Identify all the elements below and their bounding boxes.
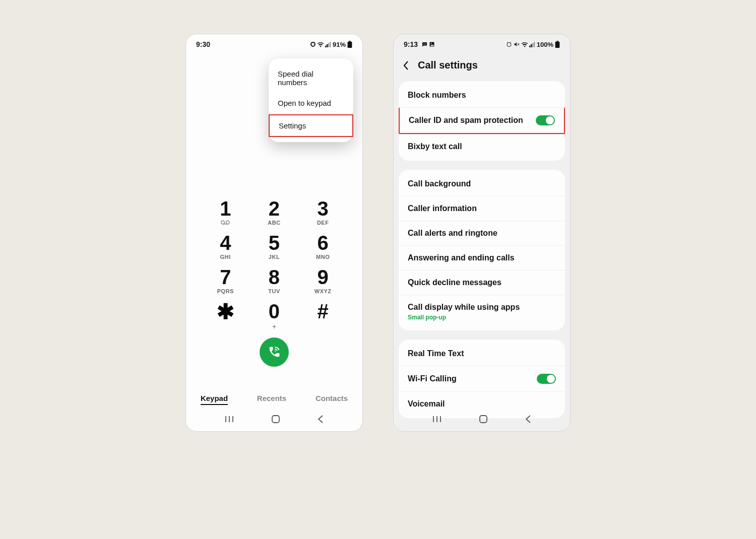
nav-home-icon[interactable] <box>479 415 487 423</box>
key-8-digit: 8 <box>254 267 294 287</box>
menu-item-speed-dial[interactable]: Speed dial numbers <box>269 63 353 93</box>
signal-icon <box>325 42 331 47</box>
svg-rect-11 <box>555 42 560 48</box>
alarm-icon <box>310 41 316 47</box>
key-7[interactable]: 7PQRS <box>205 267 245 294</box>
android-nav-bar <box>186 412 362 426</box>
svg-point-2 <box>221 221 225 224</box>
key-4[interactable]: 4GHI <box>205 233 245 260</box>
row-block-numbers[interactable]: Block numbers <box>399 83 565 107</box>
settings-group-2: Call background Caller information Call … <box>399 170 565 330</box>
key-7-sub: PQRS <box>205 288 245 294</box>
nav-back-icon[interactable] <box>318 415 324 423</box>
status-time: 9:30 <box>196 40 210 48</box>
row-call-alerts-label: Call alerts and ringtone <box>408 229 497 238</box>
key-star-digit: ✱ <box>205 301 245 322</box>
wifi-call-icon <box>267 345 281 359</box>
mute-icon <box>513 41 520 47</box>
nav-home-icon[interactable] <box>272 415 280 423</box>
key-0-digit: 0 <box>254 301 294 321</box>
wifi-calling-toggle[interactable] <box>537 374 556 384</box>
caller-id-toggle[interactable] <box>536 115 555 125</box>
row-answering-ending[interactable]: Answering and ending calls <box>399 245 565 270</box>
row-caller-id-label: Caller ID and spam protection <box>409 116 523 125</box>
tab-recents[interactable]: Recents <box>257 394 286 405</box>
key-5-sub: JKL <box>254 254 294 260</box>
svg-rect-0 <box>348 42 352 48</box>
nav-recents-icon[interactable] <box>225 416 234 423</box>
key-6-digit: 6 <box>303 233 343 253</box>
message-icon <box>421 41 428 47</box>
status-notif-icons <box>421 41 435 47</box>
key-0[interactable]: 0+ <box>254 301 294 330</box>
key-5-digit: 5 <box>254 233 294 253</box>
svg-point-5 <box>423 44 424 44</box>
row-call-alerts[interactable]: Call alerts and ringtone <box>399 221 565 245</box>
row-block-numbers-label: Block numbers <box>408 91 466 100</box>
dial-keypad: 1 2ABC 3DEF 4GHI 5JKL 6MNO 7PQRS 8TUV 9W… <box>186 198 362 367</box>
key-0-sub: + <box>254 322 294 330</box>
key-star[interactable]: ✱ <box>205 301 245 330</box>
svg-point-3 <box>226 221 230 224</box>
call-button[interactable] <box>260 338 289 367</box>
wifi-icon <box>521 42 528 47</box>
row-caller-information[interactable]: Caller information <box>399 196 565 221</box>
key-4-digit: 4 <box>205 233 245 253</box>
tab-contacts[interactable]: Contacts <box>316 394 348 405</box>
row-bixby-text-call[interactable]: Bixby text call <box>399 134 565 159</box>
battery-icon <box>555 41 560 48</box>
svg-point-6 <box>424 44 425 44</box>
row-display-apps-label: Call display while using apps <box>408 303 520 312</box>
key-4-sub: GHI <box>205 254 245 260</box>
settings-list[interactable]: Block numbers Caller ID and spam protect… <box>394 81 570 423</box>
android-nav-bar <box>394 412 570 426</box>
row-caller-id-spam[interactable]: Caller ID and spam protection <box>399 107 565 134</box>
status-bar: 9:30 91% <box>186 34 362 51</box>
key-6-sub: MNO <box>303 254 343 260</box>
tab-keypad[interactable]: Keypad <box>201 394 228 405</box>
settings-group-3: Real Time Text Wi-Fi Calling Voicemail <box>399 340 565 418</box>
key-1-digit: 1 <box>205 198 245 219</box>
svg-point-10 <box>507 43 511 47</box>
row-quick-decline[interactable]: Quick decline messages <box>399 270 565 295</box>
row-wifi-calling[interactable]: Wi-Fi Calling <box>399 366 565 391</box>
menu-item-open-keypad[interactable]: Open to keypad <box>269 93 353 113</box>
key-9-sub: WXYZ <box>303 288 343 294</box>
key-9-digit: 9 <box>303 267 343 287</box>
back-icon[interactable] <box>403 60 410 71</box>
row-rtt[interactable]: Real Time Text <box>399 342 565 366</box>
row-call-display-apps[interactable]: Call display while using apps Small pop-… <box>399 295 565 328</box>
status-bar: 9:13 100% <box>394 34 570 51</box>
status-battery-text: 100% <box>537 41 553 48</box>
svg-rect-12 <box>556 41 558 42</box>
key-5[interactable]: 5JKL <box>254 233 294 260</box>
key-1[interactable]: 1 <box>205 198 245 226</box>
svg-point-9 <box>431 43 432 44</box>
key-9[interactable]: 9WXYZ <box>303 267 343 294</box>
key-8-sub: TUV <box>254 288 294 294</box>
key-3-sub: DEF <box>303 220 343 226</box>
key-6[interactable]: 6MNO <box>303 233 343 260</box>
settings-header: Call settings <box>394 51 570 81</box>
row-answering-label: Answering and ending calls <box>408 253 515 262</box>
key-8[interactable]: 8TUV <box>254 267 294 294</box>
svg-rect-1 <box>349 41 351 42</box>
key-hash[interactable]: # <box>303 301 343 330</box>
key-3[interactable]: 3DEF <box>303 198 343 226</box>
row-wifi-label: Wi-Fi Calling <box>408 374 457 383</box>
nav-recents-icon[interactable] <box>432 416 442 423</box>
nav-back-icon[interactable] <box>525 415 531 423</box>
page-title: Call settings <box>418 59 478 71</box>
overflow-menu: Speed dial numbers Open to keypad Settin… <box>269 58 353 142</box>
status-battery-text: 91% <box>333 41 346 48</box>
key-7-digit: 7 <box>205 267 245 287</box>
key-2[interactable]: 2ABC <box>254 198 294 226</box>
row-call-background[interactable]: Call background <box>399 172 565 196</box>
svg-rect-4 <box>272 416 279 423</box>
key-hash-digit: # <box>303 301 343 321</box>
menu-item-settings[interactable]: Settings <box>269 114 353 137</box>
status-icons <box>506 41 535 47</box>
row-call-background-label: Call background <box>408 179 471 188</box>
image-icon <box>429 41 435 47</box>
status-icons <box>310 41 331 47</box>
